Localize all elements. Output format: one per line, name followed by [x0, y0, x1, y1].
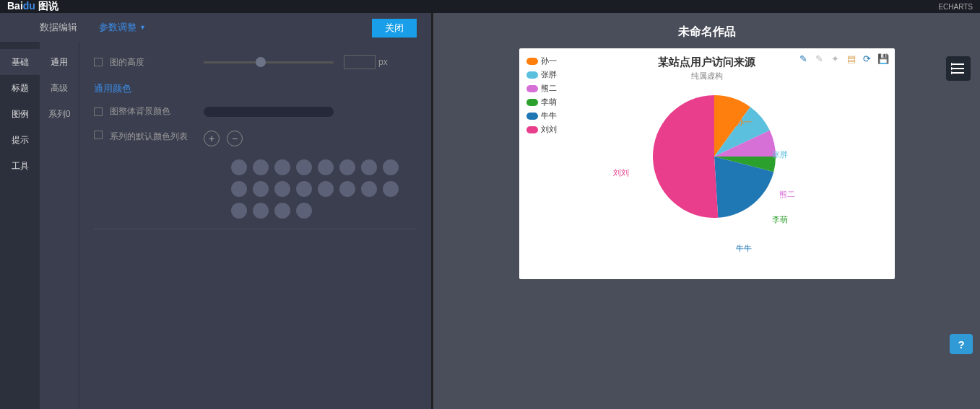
list-view-icon[interactable]: [946, 56, 971, 81]
label-bgcolor: 图整体背景颜色: [110, 105, 204, 118]
nav2-general[interactable]: 通用: [40, 49, 79, 75]
brush-icon[interactable]: ✎: [814, 53, 825, 64]
data-view-icon[interactable]: ▤: [846, 53, 857, 64]
secondary-nav: 通用 高级 系列0: [40, 42, 79, 409]
svg-point-3: [951, 63, 952, 65]
echarts-brand: ECHARTS: [938, 3, 973, 11]
chart-subtitle: 纯属虚构: [519, 71, 895, 82]
color-swatch[interactable]: [274, 203, 290, 219]
checkbox-series-colors[interactable]: [94, 131, 103, 139]
close-button[interactable]: 关闭: [372, 19, 417, 38]
svg-point-4: [951, 68, 952, 69]
nav2-advanced[interactable]: 高级: [40, 75, 79, 101]
color-swatch-grid: [231, 159, 417, 219]
bgcolor-picker[interactable]: [204, 107, 334, 117]
color-swatch[interactable]: [296, 181, 312, 197]
pie-slice-label: 孙一: [736, 117, 752, 128]
nav1-title[interactable]: 标题: [0, 75, 40, 101]
pie-chart: [649, 92, 779, 224]
color-swatch[interactable]: [231, 159, 247, 175]
chart-legend: 孙一张胖熊二李萌牛牛刘刘: [526, 56, 557, 138]
tab-data-edit[interactable]: 数据编辑: [40, 21, 77, 34]
pie-slice-label: 牛牛: [736, 243, 752, 254]
color-swatch[interactable]: [383, 159, 399, 175]
color-swatch[interactable]: [274, 181, 290, 197]
label-series-colors: 系列的默认颜色列表: [110, 131, 204, 143]
color-swatch[interactable]: [253, 159, 269, 175]
nav1-tooltip[interactable]: 提示: [0, 127, 40, 153]
color-swatch[interactable]: [318, 159, 334, 175]
legend-item[interactable]: 孙一: [526, 56, 557, 66]
primary-nav: 基础 标题 图例 提示 工具: [0, 42, 40, 409]
color-swatch[interactable]: [383, 181, 399, 197]
remove-color-button[interactable]: −: [227, 131, 243, 146]
color-swatch[interactable]: [296, 203, 312, 219]
nav1-toolbox[interactable]: 工具: [0, 153, 40, 179]
checkbox-bgcolor[interactable]: [94, 107, 103, 116]
color-swatch[interactable]: [231, 203, 247, 219]
edit-icon[interactable]: ✎: [798, 53, 810, 64]
form-area: 图的高度 px 通用颜色 图整体背景颜色 系列的默认颜色列表 + −: [79, 42, 431, 409]
color-swatch[interactable]: [318, 181, 334, 197]
label-chart-height: 图的高度: [110, 56, 204, 69]
legend-item[interactable]: 刘刘: [526, 124, 557, 135]
chevron-down-icon: ▼: [139, 24, 146, 31]
section-general-colors: 通用颜色: [94, 82, 417, 95]
chart-card: 某站点用户访问来源 纯属虚构 孙一张胖熊二李萌牛牛刘刘 ✎ ✎ ✦ ▤ ⟳ 💾 …: [519, 48, 895, 279]
work-title: 未命名作品: [678, 25, 736, 40]
unit-px: px: [378, 57, 388, 67]
save-icon[interactable]: 💾: [877, 53, 889, 64]
color-swatch[interactable]: [361, 181, 377, 197]
color-swatch[interactable]: [339, 159, 355, 175]
magic-icon[interactable]: ✦: [830, 53, 841, 64]
pie-slice-label: 刘刘: [613, 167, 629, 178]
legend-item[interactable]: 熊二: [526, 83, 557, 94]
height-input[interactable]: [344, 55, 376, 69]
color-swatch[interactable]: [253, 203, 269, 219]
color-swatch[interactable]: [231, 181, 247, 197]
chart-toolbox: ✎ ✎ ✦ ▤ ⟳ 💾: [798, 53, 889, 64]
add-color-button[interactable]: +: [204, 131, 220, 146]
legend-item[interactable]: 李萌: [526, 97, 557, 107]
legend-item[interactable]: 牛牛: [526, 110, 557, 121]
tab-param-adjust[interactable]: 参数调整▼: [99, 21, 146, 34]
color-swatch[interactable]: [253, 181, 269, 197]
color-swatch[interactable]: [274, 159, 290, 175]
legend-item[interactable]: 张胖: [526, 69, 557, 80]
preview-panel: 未命名作品 某站点用户访问来源 纯属虚构 孙一张胖熊二李萌牛牛刘刘 ✎ ✎ ✦ …: [431, 13, 980, 409]
help-button[interactable]: ?: [950, 334, 973, 354]
nav2-series0[interactable]: 系列0: [40, 101, 79, 127]
logo: Baidu 图说: [7, 0, 58, 13]
color-swatch[interactable]: [296, 159, 312, 175]
svg-point-5: [951, 72, 952, 74]
pie-slice-label: 李萌: [772, 214, 788, 225]
nav1-legend[interactable]: 图例: [0, 101, 40, 127]
top-bar: Baidu 图说 ECHARTS: [0, 0, 980, 13]
pie-slice-label: 熊二: [779, 189, 795, 200]
editor-panel: 数据编辑 参数调整▼ 关闭 基础 标题 图例 提示 工具 通用 高级 系列0: [0, 13, 431, 409]
color-swatch[interactable]: [339, 181, 355, 197]
height-slider[interactable]: [204, 61, 334, 63]
pie-slice-label: 张胖: [772, 149, 788, 160]
refresh-icon[interactable]: ⟳: [862, 53, 873, 64]
nav1-basic[interactable]: 基础: [0, 49, 40, 75]
color-swatch[interactable]: [361, 159, 377, 175]
checkbox-height[interactable]: [94, 58, 103, 66]
